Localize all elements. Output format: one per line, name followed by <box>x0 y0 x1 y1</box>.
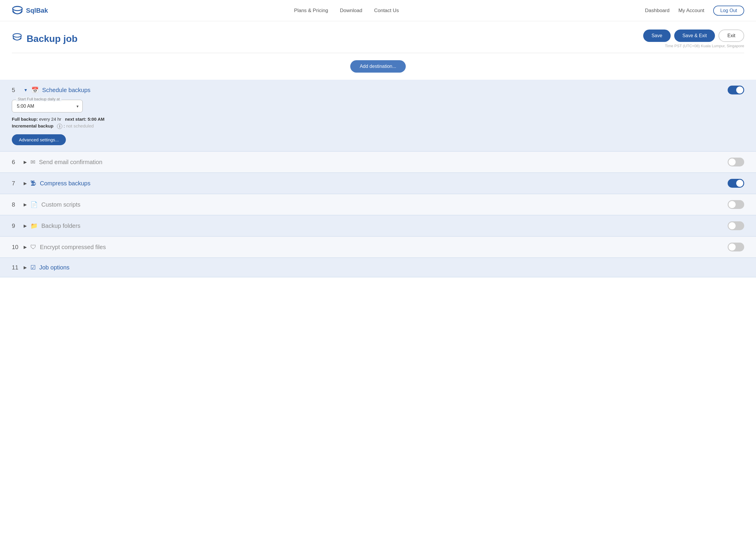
section-11-number: 11 <box>12 264 20 271</box>
incremental-value: not scheduled <box>66 123 94 128</box>
nav-download[interactable]: Download <box>340 8 362 14</box>
section-6: 6 ▶ ✉ Send email confirmation <box>0 152 756 173</box>
section-5-header: 5 ▼ 📅 Schedule backups <box>12 86 744 95</box>
section-7-icon: 🗜 <box>30 180 36 187</box>
time-info: Time PST (UTC+08) Kuala Lumpur, Singapor… <box>665 44 744 48</box>
action-buttons: Save Save & Exit Exit <box>643 30 744 42</box>
full-backup-label: Full backup: <box>12 117 38 122</box>
sections-container: 5 ▼ 📅 Schedule backups Start Full backup… <box>0 80 756 277</box>
section-6-header: 6 ▶ ✉ Send email confirmation <box>12 158 744 167</box>
section-6-toggle-slider <box>728 158 744 167</box>
section-10-chevron[interactable]: ▶ <box>24 245 27 250</box>
schedule-input-group: Start Full backup daily at 5:00 AM 6:00 … <box>12 100 83 113</box>
section-5-chevron[interactable]: ▼ <box>24 88 28 92</box>
page-title: Backup job <box>27 33 77 44</box>
section-11-title[interactable]: Job options <box>39 264 69 271</box>
section-10-header: 10 ▶ 🛡 Encrypt compressed files <box>12 243 744 252</box>
backup-job-icon <box>12 32 22 45</box>
section-8-number: 8 <box>12 201 20 208</box>
nav-my-account[interactable]: My Account <box>678 8 704 14</box>
section-11-left: 11 ▶ ☑ Job options <box>12 264 69 271</box>
section-5-toggle[interactable] <box>728 86 744 95</box>
section-8-toggle[interactable] <box>728 200 744 209</box>
section-9-icon: 📁 <box>30 222 38 229</box>
section-8-toggle-slider <box>728 200 744 209</box>
section-8-chevron[interactable]: ▶ <box>24 202 27 207</box>
section-9-chevron[interactable]: ▶ <box>24 224 27 228</box>
page-header-actions: Save Save & Exit Exit Time PST (UTC+08) … <box>643 30 744 48</box>
section-5-icon: 📅 <box>31 87 39 94</box>
section-11-header: 11 ▶ ☑ Job options <box>12 264 744 271</box>
next-start-value: 5:00 AM <box>88 117 105 122</box>
section-7: 7 ▶ 🗜 Compress backups <box>0 173 756 194</box>
section-10-number: 10 <box>12 244 20 251</box>
navbar: SqlBak Plans & Pricing Download Contact … <box>0 0 756 21</box>
page-header: Backup job Save Save & Exit Exit Time PS… <box>0 21 756 53</box>
section-10-icon: 🛡 <box>30 244 36 251</box>
incremental-label: Incremental backup <box>12 123 53 128</box>
nav-plans-pricing[interactable]: Plans & Pricing <box>294 8 328 14</box>
full-backup-info: Full backup: every 24 hr next start: 5:0… <box>12 117 744 122</box>
section-5-left: 5 ▼ 📅 Schedule backups <box>12 87 90 94</box>
section-7-header: 7 ▶ 🗜 Compress backups <box>12 179 744 188</box>
logout-button[interactable]: Log Out <box>713 6 744 16</box>
section-10-toggle-slider <box>728 243 744 252</box>
section-6-title[interactable]: Send email confirmation <box>39 159 102 166</box>
section-8-icon: 📄 <box>30 201 38 208</box>
backup-icon-svg <box>12 32 22 43</box>
section-9-title[interactable]: Backup folders <box>41 223 80 229</box>
section-7-toggle[interactable] <box>728 179 744 188</box>
section-9-toggle-slider <box>728 221 744 230</box>
section-6-left: 6 ▶ ✉ Send email confirmation <box>12 159 102 166</box>
logo-link[interactable]: SqlBak <box>12 5 48 16</box>
save-button[interactable]: Save <box>643 30 670 42</box>
section-5-number: 5 <box>12 87 20 94</box>
section-6-toggle[interactable] <box>728 158 744 167</box>
nav-right: Dashboard My Account Log Out <box>645 6 744 16</box>
section-7-toggle-slider <box>728 179 744 188</box>
section-7-chevron[interactable]: ▶ <box>24 181 27 186</box>
nav-contact-us[interactable]: Contact Us <box>374 8 399 14</box>
section-5: 5 ▼ 📅 Schedule backups Start Full backup… <box>0 80 756 152</box>
section-5-body: Start Full backup daily at 5:00 AM 6:00 … <box>12 100 744 145</box>
section-8-header: 8 ▶ 📄 Custom scripts <box>12 200 744 209</box>
schedule-label: Start Full backup daily at <box>16 97 61 101</box>
section-7-title[interactable]: Compress backups <box>40 180 90 187</box>
nav-dashboard[interactable]: Dashboard <box>645 8 669 14</box>
add-destination-bar: Add destination... <box>0 53 756 80</box>
advanced-settings-button[interactable]: Advanced settings... <box>12 134 66 145</box>
add-destination-button[interactable]: Add destination... <box>350 60 406 73</box>
full-backup-frequency: every 24 hr <box>39 117 61 122</box>
section-6-chevron[interactable]: ▶ <box>24 160 27 164</box>
section-10: 10 ▶ 🛡 Encrypt compressed files <box>0 237 756 258</box>
section-6-icon: ✉ <box>30 159 35 166</box>
nav-center: Plans & Pricing Download Contact Us <box>294 8 399 14</box>
section-9-header: 9 ▶ 📁 Backup folders <box>12 221 744 230</box>
section-8-title[interactable]: Custom scripts <box>41 201 80 208</box>
next-start-label: next start: <box>65 117 87 122</box>
save-exit-button[interactable]: Save & Exit <box>674 30 715 42</box>
section-7-left: 7 ▶ 🗜 Compress backups <box>12 180 90 187</box>
section-6-number: 6 <box>12 159 20 166</box>
section-5-title[interactable]: Schedule backups <box>42 87 90 94</box>
section-10-left: 10 ▶ 🛡 Encrypt compressed files <box>12 244 106 251</box>
section-9: 9 ▶ 📁 Backup folders <box>0 216 756 237</box>
incremental-backup-info: Incremental backup ℹ : not scheduled <box>12 123 744 129</box>
section-9-left: 9 ▶ 📁 Backup folders <box>12 222 80 229</box>
section-5-toggle-slider <box>728 86 744 95</box>
section-10-toggle[interactable] <box>728 243 744 252</box>
section-8-left: 8 ▶ 📄 Custom scripts <box>12 201 80 208</box>
incremental-info-icon[interactable]: ℹ <box>57 124 62 129</box>
page-title-group: Backup job <box>12 32 77 45</box>
logo-icon <box>12 5 23 16</box>
section-8: 8 ▶ 📄 Custom scripts <box>0 194 756 216</box>
section-9-toggle[interactable] <box>728 221 744 230</box>
svg-point-1 <box>13 34 21 37</box>
schedule-select[interactable]: 5:00 AM 6:00 AM 7:00 AM <box>12 100 83 113</box>
section-11-chevron[interactable]: ▶ <box>24 265 27 270</box>
incremental-separator: : <box>64 123 66 128</box>
logo-text: SqlBak <box>26 7 48 14</box>
section-10-title[interactable]: Encrypt compressed files <box>40 244 106 251</box>
exit-button[interactable]: Exit <box>718 30 744 42</box>
svg-point-0 <box>13 6 22 11</box>
